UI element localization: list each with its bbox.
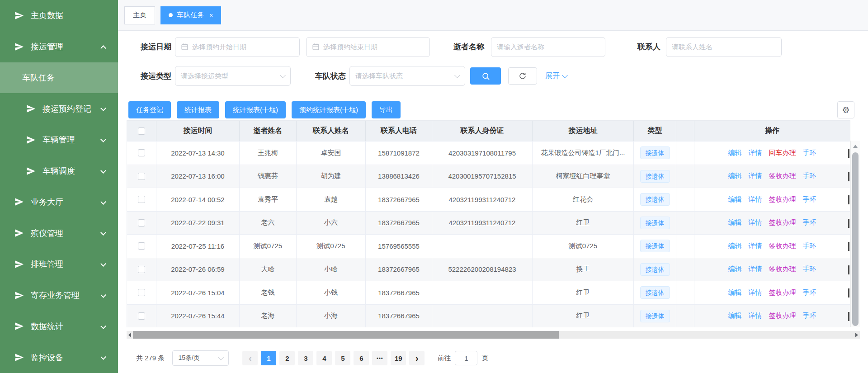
action-link-详情[interactable]: 详情 [749,172,762,180]
action-link-回车办理[interactable]: 回车办理 [769,149,796,157]
page-ellipsis-button[interactable]: ••• [372,351,387,365]
date-start-input[interactable] [192,43,294,51]
date-end-field[interactable] [306,37,430,57]
refresh-button[interactable] [508,67,537,85]
row-checkbox[interactable] [138,242,145,250]
action-link-手环[interactable]: 手环 [803,312,816,320]
action-link-编辑[interactable]: 编辑 [728,195,742,204]
sidebar-item-业务大厅[interactable]: 业务大厅 [0,187,118,218]
vertical-scrollbar-thumb[interactable] [852,152,859,326]
sidebar-item-车辆调度[interactable]: 车辆调度 [0,156,118,187]
action-link-签收办理[interactable]: 签收办理 [769,195,796,204]
cell-spacer [676,235,694,258]
page-button-6[interactable]: 6 [354,351,369,365]
toolbar-button-统计报表[interactable]: 统计报表 [177,101,219,118]
action-link-详情[interactable]: 详情 [749,242,762,250]
sidebar-item-监控设备[interactable]: 监控设备 [0,342,118,373]
page-button-4[interactable]: 4 [316,351,332,365]
deceased-name-input[interactable] [497,43,599,51]
action-link-编辑[interactable]: 编辑 [728,312,742,320]
row-checkbox[interactable] [138,149,145,156]
action-link-手环[interactable]: 手环 [803,149,816,157]
toolbar-button-统计报表(十堰)[interactable]: 统计报表(十堰) [225,101,286,118]
sidebar-item-数据统计[interactable]: 数据统计 [0,311,118,342]
action-link-编辑[interactable]: 编辑 [728,288,742,297]
contact-field[interactable] [666,37,782,57]
search-button[interactable] [470,67,501,85]
sidebar-item-寄存业务管理[interactable]: 寄存业务管理 [0,280,118,311]
tab-home[interactable]: 主页 [124,6,155,24]
scroll-up-arrow-icon[interactable] [853,145,858,148]
sidebar-item-主页数据[interactable]: 主页数据 [0,0,118,31]
goto-page-input[interactable] [455,351,477,365]
action-link-编辑[interactable]: 编辑 [728,149,742,157]
action-link-手环[interactable]: 手环 [803,242,816,250]
sidebar-item-车辆管理[interactable]: 车辆管理 [0,124,118,156]
action-link-签收办理[interactable]: 签收办理 [769,218,796,227]
action-link-编辑[interactable]: 编辑 [728,218,742,227]
action-link-详情[interactable]: 详情 [749,265,762,274]
contact-input[interactable] [672,43,776,51]
sidebar-item-接运管理[interactable]: 接运管理 [0,31,118,62]
toolbar-button-导出[interactable]: 导出 [372,101,401,118]
date-start-field[interactable] [175,37,300,57]
header-cell-联系人身份证: 联系人身份证 [432,121,533,141]
prev-page-button[interactable]: ‹ [242,351,258,365]
action-link-详情[interactable]: 详情 [749,149,762,157]
action-link-编辑[interactable]: 编辑 [728,265,742,274]
chevron-down-icon [100,354,106,360]
horizontal-scrollbar-thumb[interactable] [133,331,559,339]
date-end-input[interactable] [323,43,424,51]
scroll-left-arrow-icon[interactable] [128,333,131,337]
close-icon[interactable]: × [209,12,213,19]
clipped-column-fragment [848,288,849,297]
tab-fleet-tasks[interactable]: 车队任务 × [160,6,221,24]
pickup-type-select[interactable]: 请选择接运类型 [175,66,291,86]
action-link-手环[interactable]: 手环 [803,195,816,204]
next-page-button[interactable]: › [409,351,425,365]
vertical-scrollbar[interactable] [850,141,860,327]
page-button-19[interactable]: 19 [391,351,406,365]
horizontal-scrollbar[interactable] [127,331,860,339]
row-checkbox[interactable] [138,266,145,273]
action-link-编辑[interactable]: 编辑 [728,172,742,180]
action-link-编辑[interactable]: 编辑 [728,242,742,250]
action-link-签收办理[interactable]: 签收办理 [769,265,796,274]
page-button-5[interactable]: 5 [335,351,350,365]
row-checkbox[interactable] [138,196,145,203]
action-link-手环[interactable]: 手环 [803,172,816,180]
type-badge: 接遗体 [640,170,670,183]
toolbar-button-任务登记[interactable]: 任务登记 [128,101,171,118]
deceased-name-field[interactable] [491,37,605,57]
row-checkbox[interactable] [138,289,145,296]
action-link-详情[interactable]: 详情 [749,195,762,204]
action-link-手环[interactable]: 手环 [803,288,816,297]
action-link-签收办理[interactable]: 签收办理 [769,242,796,250]
column-settings-button[interactable]: ⚙ [837,101,854,118]
select-all-checkbox[interactable] [138,127,145,135]
page-button-1[interactable]: 1 [261,351,276,365]
row-checkbox[interactable] [138,312,145,320]
expand-link[interactable]: 展开 [545,71,567,81]
sidebar-item-label: 车辆管理 [42,134,75,145]
sidebar-item-殡仪管理[interactable]: 殡仪管理 [0,217,118,249]
action-link-详情[interactable]: 详情 [749,218,762,227]
action-link-签收办理[interactable]: 签收办理 [769,288,796,297]
scroll-right-arrow-icon[interactable] [855,333,858,337]
action-link-签收办理[interactable]: 签收办理 [769,172,796,180]
row-checkbox[interactable] [138,219,145,227]
action-link-手环[interactable]: 手环 [803,218,816,227]
action-link-签收办理[interactable]: 签收办理 [769,312,796,320]
page-button-3[interactable]: 3 [298,351,313,365]
action-link-详情[interactable]: 详情 [749,312,762,320]
sidebar-item-接运预约登记[interactable]: 接运预约登记 [0,93,118,124]
fleet-status-select[interactable]: 请选择车队状态 [349,66,465,86]
page-size-select[interactable]: 15条/页 [172,350,229,366]
action-link-详情[interactable]: 详情 [749,288,762,297]
row-checkbox[interactable] [138,173,145,180]
page-button-2[interactable]: 2 [279,351,295,365]
toolbar-button-预约统计报表(十堰)[interactable]: 预约统计报表(十堰) [292,101,366,118]
sidebar-item-排班管理[interactable]: 排班管理 [0,249,118,280]
sidebar-item-车队任务[interactable]: 车队任务 [0,62,118,94]
action-link-手环[interactable]: 手环 [803,265,816,274]
